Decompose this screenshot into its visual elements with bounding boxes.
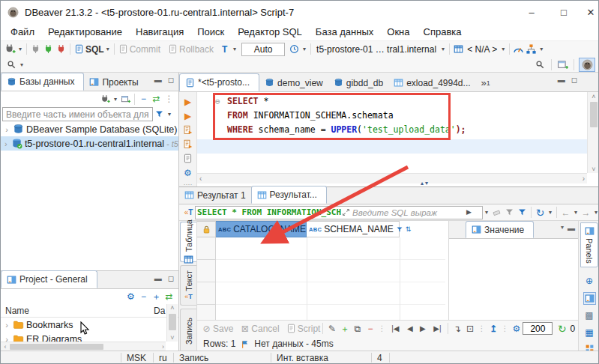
menu-help[interactable]: Справка (417, 25, 469, 39)
sql-editor-caret-icon[interactable]: ▾ (104, 43, 112, 55)
scroll-right-icon[interactable]: › (162, 343, 164, 351)
view-menu-icon[interactable]: ⋮ (163, 93, 175, 106)
execute-script-new-tab-icon[interactable] (181, 138, 194, 151)
timezone-status[interactable]: MSK (127, 353, 146, 363)
minimize-button[interactable]: – (520, 2, 544, 22)
menu-edit[interactable]: Редактирование (41, 25, 129, 39)
sql-editor-button[interactable]: SQL (85, 44, 104, 55)
tree-item-sample-database[interactable]: › DBeaver Sample Database (SQLite) (1, 122, 178, 136)
fetch-size-input[interactable] (523, 322, 553, 335)
scroll-down-icon[interactable]: ˅ (588, 165, 599, 173)
transaction-caret-icon[interactable]: ▾ (231, 43, 238, 55)
execute-statement-icon[interactable]: ▶ (181, 95, 194, 108)
apply-filter-play-icon[interactable]: ▶ (463, 206, 475, 219)
scroll-up-icon[interactable]: ˄ (588, 92, 599, 100)
minimize-editor-icon[interactable]: ▬ (558, 76, 565, 84)
scrollbar-thumb[interactable] (10, 344, 103, 350)
scrollbar-thumb[interactable] (590, 102, 598, 127)
object-filter-input[interactable] (2, 107, 153, 121)
column-filter-icon[interactable] (396, 225, 403, 234)
maximize-editor-icon[interactable]: ◻ (571, 76, 577, 84)
maximize-view-icon[interactable]: ◻ (168, 274, 174, 282)
result-tab-2[interactable]: Результат... (251, 186, 327, 204)
fetch-next-page-icon[interactable]: ↴ (451, 322, 463, 335)
editor-tab-gibdd-db[interactable]: gibdd_db (328, 74, 388, 91)
rollback-button[interactable]: Rollback (179, 44, 214, 55)
sql-editor-icon[interactable] (73, 43, 85, 55)
maximize-button[interactable]: □ (552, 2, 576, 22)
minimize-view-icon[interactable]: ▬ (154, 76, 162, 84)
tasks-icon[interactable] (525, 43, 538, 55)
dashboard-icon[interactable] (512, 43, 525, 55)
search-icon[interactable] (5, 58, 18, 71)
tab-project-general[interactable]: Project - General (1, 270, 97, 288)
previous-row-icon[interactable]: ◀ (403, 322, 416, 335)
disconnect-icon[interactable] (55, 43, 67, 55)
column-header-date[interactable]: Da (154, 306, 165, 316)
quick-search-icon[interactable] (534, 58, 547, 71)
editor-tab-script[interactable]: *<t5-prosto... (179, 73, 259, 91)
scroll-right-icon[interactable]: › (583, 175, 585, 183)
scroll-up-icon[interactable]: ˄ (167, 304, 178, 312)
first-row-icon[interactable]: |◀ (387, 322, 403, 335)
refresh-caret-icon[interactable]: ▾ (547, 207, 554, 219)
sash-restore-handle[interactable]: ▴▾ (421, 180, 428, 186)
expand-chevron-icon[interactable]: › (3, 139, 9, 148)
panels-tab[interactable]: Panels (580, 222, 598, 267)
editor-vertical-scrollbar[interactable]: ˄ ˅ (587, 92, 599, 173)
horizontal-scrollbar[interactable]: ‹ › (1, 342, 166, 351)
expand-chevron-icon[interactable]: › (3, 125, 10, 134)
filters-icon[interactable] (503, 206, 516, 219)
delete-row-icon[interactable]: − (364, 322, 376, 335)
column-header-catalog-name[interactable]: ABC CATALOG_NAME ⇅ (216, 221, 307, 237)
execute-script-icon[interactable] (181, 124, 194, 136)
menu-database[interactable]: База данных (309, 25, 380, 39)
tree-item-t5-connection[interactable]: › t5-prostore-01.ru-central1.internal - … (1, 136, 178, 151)
menu-navigate[interactable]: Навигация (129, 25, 190, 39)
scroll-left-icon[interactable]: ‹ (1, 343, 10, 351)
maximize-view-icon[interactable]: ◻ (168, 76, 174, 84)
menu-search[interactable]: Поиск (190, 25, 231, 39)
history-back-icon[interactable]: ← (559, 206, 572, 219)
transaction-log-caret-icon[interactable]: ▾ (301, 43, 308, 55)
explain-plan-icon[interactable] (181, 152, 194, 165)
next-row-icon[interactable]: ▶ (416, 322, 429, 335)
new-connection-icon[interactable] (4, 43, 16, 55)
add-row-icon[interactable]: ＋ (338, 322, 351, 335)
open-perspective-icon[interactable] (556, 58, 569, 71)
insert-mode-status[interactable]: Инт. вставка (277, 353, 328, 363)
search-caret-icon[interactable]: ▾ (18, 58, 25, 70)
filter-caret-icon[interactable]: ▾ (166, 109, 173, 121)
settings-gear-icon[interactable]: ⚙ (124, 291, 137, 303)
editor-horizontal-scrollbar[interactable]: ‹ › (197, 173, 587, 183)
presentation-tab-grid[interactable]: Таблица (180, 222, 196, 262)
result-tab-1[interactable]: Результат 1 (179, 186, 251, 204)
menu-file[interactable]: Файл (4, 25, 41, 39)
minimize-view-icon[interactable]: ▬ (568, 224, 575, 232)
cancel-button[interactable]: Cancel (251, 324, 279, 334)
last-row-icon[interactable]: ▶| (429, 322, 445, 335)
editor-tab-exload[interactable]: exload_4994d... (388, 74, 475, 91)
tab-databases[interactable]: Базы данных (1, 73, 84, 91)
column-header-name[interactable]: Name (5, 306, 154, 316)
nav-new-connection-caret-icon[interactable]: ▾ (112, 93, 119, 105)
value-panel-toggle-icon[interactable] (583, 292, 596, 305)
filter-icon[interactable] (153, 108, 166, 121)
transaction-mode-icon[interactable]: T (218, 43, 231, 55)
commit-mode-combo[interactable]: Auto (241, 43, 285, 56)
active-connection-combo[interactable]: t5-prostore-01 … tral1.internal (316, 44, 436, 55)
connect-icon[interactable] (29, 43, 42, 55)
tab-projects[interactable]: Проекты (84, 73, 143, 91)
value-tab[interactable]: Значение (466, 221, 534, 238)
result-grid[interactable]: ABC CATALOG_NAME ⇅ ABC SCHEMA_NAME ⇅ (197, 221, 445, 320)
minimize-view-icon[interactable]: ▬ (154, 274, 162, 282)
script-button[interactable]: Script (298, 324, 321, 334)
save-button[interactable]: Save (213, 324, 233, 334)
transaction-log-icon[interactable] (288, 43, 301, 55)
expand-all-icon[interactable]: ＋ (150, 291, 163, 303)
history-forward-icon[interactable]: → (580, 206, 592, 219)
expand-filter-icon[interactable] (341, 207, 351, 217)
menu-window[interactable]: Окна (380, 25, 416, 39)
new-connection-caret-icon[interactable]: ▾ (16, 43, 24, 55)
expand-chevron-icon[interactable]: › (3, 321, 10, 330)
